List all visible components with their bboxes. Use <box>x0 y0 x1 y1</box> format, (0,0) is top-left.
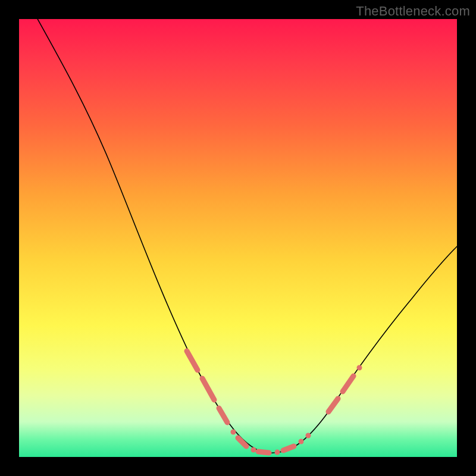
highlight-seg <box>202 378 214 400</box>
chart-plot-area <box>19 19 457 457</box>
highlight-dot <box>275 450 280 455</box>
bottleneck-curve <box>31 7 471 453</box>
highlight-dot <box>251 447 256 453</box>
highlight-seg <box>187 351 198 370</box>
bottleneck-curve-svg <box>19 19 457 457</box>
highlight-seg <box>238 438 246 446</box>
highlight-seg <box>328 399 338 412</box>
highlight-dot <box>231 430 236 435</box>
highlight-seg <box>258 452 269 453</box>
watermark-text: TheBottleneck.com <box>356 4 470 19</box>
highlight-dot <box>357 365 362 371</box>
highlight-seg <box>343 376 353 392</box>
highlight-seg <box>283 446 294 450</box>
highlight-dot <box>299 439 304 444</box>
highlight-dot <box>306 433 311 439</box>
highlight-seg <box>219 408 227 422</box>
